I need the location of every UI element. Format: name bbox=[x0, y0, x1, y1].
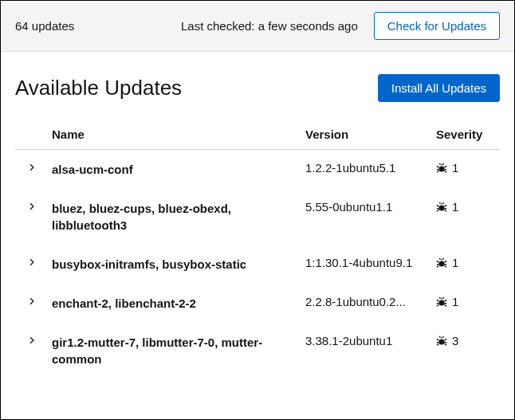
updates-table: Name Version Severity alsa-ucm-conf1.2.2… bbox=[15, 120, 500, 379]
package-severity: 1 bbox=[436, 161, 500, 175]
last-checked: Last checked: a few seconds ago bbox=[84, 19, 364, 33]
col-name: Name bbox=[52, 128, 302, 141]
chevron-right-icon[interactable] bbox=[28, 336, 36, 344]
package-version: 1:1.30.1-4ubuntu9.1 bbox=[305, 256, 433, 269]
package-name: busybox-initramfs, busybox-static bbox=[52, 256, 302, 273]
chevron-right-icon[interactable] bbox=[28, 202, 36, 210]
package-version: 3.38.1-2ubuntu1 bbox=[305, 334, 433, 347]
status-bar: 64 updates Last checked: a few seconds a… bbox=[1, 1, 514, 52]
package-name: alsa-ucm-conf bbox=[52, 161, 302, 178]
package-severity: 1 bbox=[436, 295, 500, 308]
chevron-right-icon[interactable] bbox=[28, 163, 36, 171]
col-severity: Severity bbox=[436, 128, 500, 141]
chevron-right-icon[interactable] bbox=[28, 297, 36, 305]
table-row: gir1.2-mutter-7, libmutter-7-0, mutter-c… bbox=[15, 323, 500, 379]
install-all-button[interactable]: Install All Updates bbox=[378, 74, 500, 102]
table-row: bluez, bluez-cups, bluez-obexd, libbluet… bbox=[15, 189, 500, 245]
bug-icon bbox=[436, 257, 447, 269]
package-name: gir1.2-mutter-7, libmutter-7-0, mutter-c… bbox=[52, 334, 302, 367]
package-severity: 3 bbox=[436, 334, 500, 347]
table-row: enchant-2, libenchant-2-22.2.8-1ubuntu0.… bbox=[15, 284, 500, 323]
col-version: Version bbox=[305, 128, 433, 141]
bug-icon bbox=[436, 296, 447, 308]
check-updates-button[interactable]: Check for Updates bbox=[374, 12, 500, 40]
bug-icon bbox=[436, 202, 447, 213]
scroll-area[interactable]: 64 updates Last checked: a few seconds a… bbox=[1, 1, 514, 419]
package-version: 5.55-0ubuntu1.1 bbox=[305, 200, 433, 214]
package-version: 1.2.2-1ubuntu5.1 bbox=[305, 161, 433, 175]
table-row: alsa-ucm-conf1.2.2-1ubuntu5.11 bbox=[15, 150, 500, 189]
package-version: 2.2.8-1ubuntu0.2... bbox=[305, 295, 433, 308]
package-severity: 1 bbox=[436, 256, 500, 269]
bug-icon bbox=[436, 336, 447, 347]
bug-icon bbox=[436, 163, 447, 174]
chevron-right-icon[interactable] bbox=[28, 258, 36, 266]
package-severity: 1 bbox=[436, 200, 500, 214]
page-title: Available Updates bbox=[15, 76, 182, 100]
package-name: enchant-2, libenchant-2-2 bbox=[52, 295, 302, 312]
table-row: busybox-initramfs, busybox-static1:1.30.… bbox=[15, 245, 500, 284]
update-count: 64 updates bbox=[15, 19, 74, 33]
table-header: Name Version Severity bbox=[15, 120, 500, 150]
package-name: bluez, bluez-cups, bluez-obexd, libbluet… bbox=[52, 200, 302, 234]
